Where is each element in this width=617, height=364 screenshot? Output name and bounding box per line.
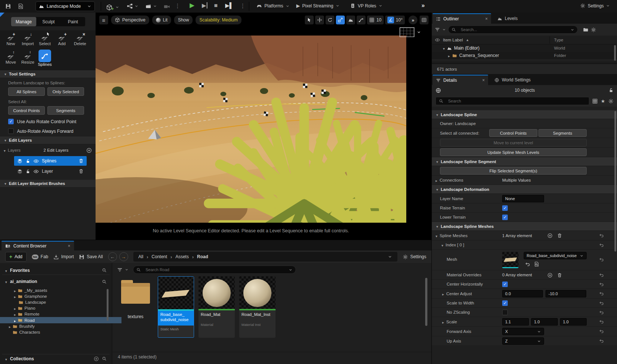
lit-button[interactable]: Lit [152,16,171,24]
select-control-points-button[interactable]: Control Points [8,106,45,115]
vp-roles-button[interactable]: VP Roles [350,3,383,9]
collection-root-header[interactable]: ai_animation [2,277,110,286]
toolbar-overflow-icon[interactable]: » [421,2,425,9]
history-back-button[interactable]: ← [108,252,117,261]
filter-icon[interactable] [117,267,123,273]
center-adjust-x-input[interactable] [502,290,543,297]
folder-item-my-assets[interactable]: _My_assets [0,287,121,293]
outliner-row-partial[interactable] [432,59,617,61]
perspective-button[interactable]: Perspective [111,16,149,24]
folder-item-brushify[interactable]: Brushify [0,323,116,329]
scalability-button[interactable]: Scalability: Medium [196,16,241,24]
breadcrumb-assets[interactable]: Assets [176,254,189,259]
unlock-icon[interactable] [26,169,30,174]
move-to-current-level-button[interactable]: Move to current level [440,139,587,146]
filter-icon[interactable] [435,27,440,32]
breadcrumb-all[interactable]: All [139,254,143,259]
expand-icon[interactable] [14,317,16,324]
center-horizontally-checkbox[interactable] [502,282,508,287]
cb-search[interactable] [133,266,296,274]
reset-icon[interactable] [599,257,604,262]
details-search-input[interactable] [446,99,586,103]
scale-tool-button[interactable] [336,16,345,24]
grid-snap-button[interactable]: 10 [367,16,383,24]
tool-new[interactable]: + New [3,33,19,46]
section-landscape-spline-meshes[interactable]: Landscape Spline Meshes [432,222,617,231]
expand-icon[interactable] [436,177,437,183]
mesh-thumbnail[interactable] [502,252,518,268]
cb-asset-scrollbar[interactable] [425,278,427,326]
eye-icon[interactable] [33,169,39,174]
chevron-down-icon[interactable] [125,268,129,272]
reset-icon[interactable] [599,243,604,247]
maximize-viewport-button[interactable] [420,16,428,24]
details-scrollbar[interactable] [614,111,616,252]
display-options-icon[interactable] [592,98,598,104]
scale-x-input[interactable] [502,318,529,326]
reset-icon[interactable] [599,282,604,287]
reset-icon[interactable] [599,310,604,315]
reset-icon[interactable] [599,338,604,343]
chevron-down-icon[interactable] [289,268,293,272]
segments-button[interactable]: Segments [538,129,587,137]
expand-icon[interactable] [442,318,444,325]
expand-icon[interactable] [9,323,11,330]
tool-select[interactable]: Select [37,33,53,46]
favorites-header[interactable]: Favorites [2,266,110,275]
section-landscape-spline-segment[interactable]: Landscape Spline Segment [432,157,617,166]
close-icon[interactable]: × [68,243,70,249]
mesh-dropdown[interactable]: Road_base_subdivid_noise [524,252,587,259]
eye-icon[interactable] [435,37,440,43]
expand-icon[interactable] [448,52,450,59]
use-selected-icon[interactable] [525,262,530,267]
asset-tile-textures-folder[interactable]: textures [118,276,153,336]
cb-search-input[interactable] [143,267,286,272]
blueprints-button[interactable] [127,3,139,9]
outliner-row-world[interactable]: Main (Editor) World [432,44,617,52]
layer-row-layer[interactable]: Layer [14,166,87,176]
tab-manage[interactable]: Manage [11,17,36,26]
tool-import[interactable]: ↓ Import [20,33,36,46]
folder-item-road[interactable]: Road [0,317,121,323]
unlock-icon[interactable] [608,88,614,93]
add-collection-icon[interactable] [94,356,99,361]
tool-delete[interactable]: × Delete [71,33,89,46]
flip-selected-segments-button[interactable]: Flip Selected Segment(s) [440,167,587,175]
section-landscape-deformation[interactable]: Landscape Deformation [432,185,617,194]
outliner-settings-gear-icon[interactable] [591,27,596,33]
tab-levels[interactable]: Levels [494,13,535,24]
expand-icon[interactable] [436,232,437,239]
tool-settings-header[interactable]: Tool Settings [0,70,96,78]
snap-rotate-button[interactable] [357,16,366,24]
expand-icon[interactable] [442,290,444,297]
reset-icon[interactable] [599,319,604,324]
trash-icon[interactable] [79,169,84,174]
scale-y-input[interactable] [531,318,558,326]
details-search[interactable] [436,97,589,105]
tool-resize[interactable]: ↕ Resize [20,52,36,64]
asset-tile-road-mat-inst[interactable]: Road_Mat_Inst Material Inst [239,276,276,338]
rotate-tool-button[interactable] [326,16,334,24]
surface-snap-button[interactable] [346,16,355,24]
outliner-search[interactable] [448,26,578,34]
eye-icon[interactable] [33,158,39,164]
cinematics-button[interactable] [145,3,157,9]
play-from-here-button[interactable]: ▶ [202,2,207,9]
expand-icon[interactable] [443,45,445,51]
scale-to-width-checkbox[interactable] [502,300,508,306]
control-points-button[interactable]: Control Points [489,129,537,137]
browse-to-asset-icon[interactable] [534,262,539,267]
unlock-icon[interactable] [26,159,30,164]
add-layer-icon[interactable] [86,148,92,153]
add-actor-button[interactable]: + [106,3,119,11]
play-options-icon[interactable]: ⋮ [240,3,246,9]
collections-header[interactable]: Collections [2,354,110,363]
outliner-row-camera-sequencer[interactable]: Camera_Sequencer Folder [432,52,617,59]
reset-icon[interactable] [599,233,604,238]
select-tool-button[interactable] [305,16,314,24]
column-divider[interactable] [550,36,550,44]
viewport-layout-widget[interactable] [400,27,421,37]
object-icon[interactable] [436,88,441,93]
viewport-toolbar-overflow[interactable]: » [408,16,417,24]
search-icon[interactable] [102,279,107,284]
